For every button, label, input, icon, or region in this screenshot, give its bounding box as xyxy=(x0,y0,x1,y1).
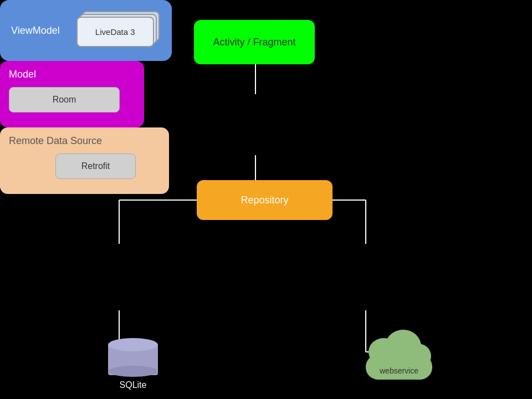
viewmodel-label: ViewModel xyxy=(11,25,60,37)
activity-fragment-box: Activity / Fragment xyxy=(194,20,315,64)
model-label: Model xyxy=(9,69,36,80)
webservice-container: webservice xyxy=(360,341,438,380)
architecture-diagram: Activity / Fragment ViewModel LiveData 3… xyxy=(0,0,532,399)
sqlite-container: SQLite xyxy=(108,338,158,390)
sqlite-cylinder xyxy=(108,338,158,377)
retrofit-label: Retrofit xyxy=(81,161,110,171)
livedata-label: LiveData 3 xyxy=(95,27,135,37)
room-box: Room xyxy=(9,87,120,112)
viewmodel-box: ViewModel LiveData 3 xyxy=(0,0,172,61)
repository-label: Repository xyxy=(241,195,288,206)
livedata-stack: LiveData 3 xyxy=(76,11,160,50)
repository-box: Repository xyxy=(197,180,332,220)
sqlite-label: SQLite xyxy=(120,380,147,390)
retrofit-box: Retrofit xyxy=(55,154,136,179)
cylinder-bottom xyxy=(108,366,158,377)
remote-data-source-label: Remote Data Source xyxy=(9,135,102,147)
remote-data-source-box: Remote Data Source Retrofit xyxy=(0,127,169,194)
room-label: Room xyxy=(53,95,76,105)
webservice-cloud: webservice xyxy=(360,341,438,380)
cylinder-top xyxy=(108,338,158,351)
model-box: Model Room xyxy=(0,61,144,127)
webservice-label: webservice xyxy=(360,366,438,375)
cloud-bump3 xyxy=(405,344,431,369)
livedata-card-front: LiveData 3 xyxy=(76,17,154,47)
activity-fragment-label: Activity / Fragment xyxy=(213,37,295,48)
